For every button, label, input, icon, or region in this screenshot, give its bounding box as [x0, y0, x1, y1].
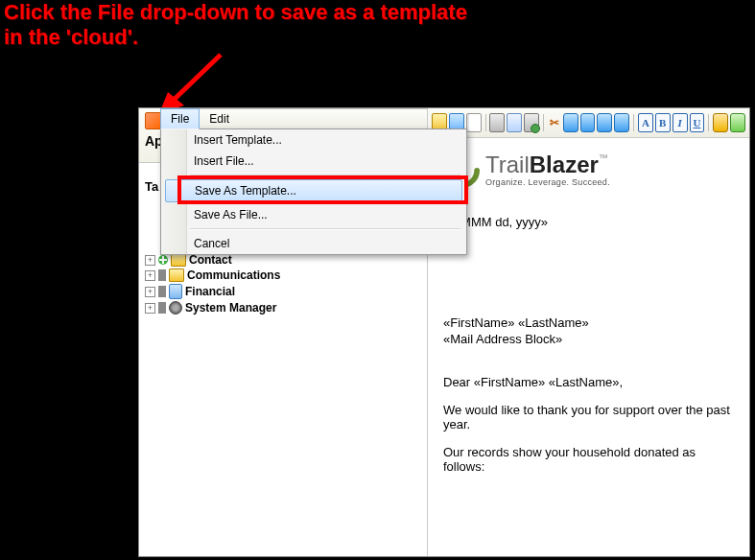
- underline-button[interactable]: U: [690, 113, 705, 132]
- undo-icon[interactable]: [597, 113, 612, 132]
- toolbar-separator: [633, 114, 634, 131]
- toolbar-separator: [543, 114, 544, 131]
- italic-button[interactable]: I: [672, 113, 688, 132]
- editor-document[interactable]: TrailBlazer™ Organize. Leverage. Succeed…: [428, 138, 749, 556]
- instruction-line1: Click the File drop-down to save as a te…: [4, 0, 467, 24]
- redo-icon[interactable]: [614, 113, 629, 132]
- menu-file-label: File: [171, 112, 189, 126]
- print-icon[interactable]: [489, 113, 505, 132]
- expand-icon[interactable]: [145, 287, 155, 297]
- cut-icon[interactable]: [548, 114, 561, 131]
- menu-cancel[interactable]: Cancel: [161, 233, 466, 254]
- left-panel: Ap Ta Contact Communications: [139, 108, 427, 556]
- tree-item-system-manager[interactable]: System Manager: [143, 300, 423, 315]
- svg-line-0: [171, 55, 221, 103]
- instruction-callout: Click the File drop-down to save as a te…: [4, 0, 467, 50]
- body-paragraph-2: Our records show your household donated …: [443, 445, 734, 474]
- expand-icon[interactable]: [145, 270, 155, 281]
- folder-icon: [169, 268, 184, 282]
- app-window: Ap Ta Contact Communications: [138, 107, 750, 557]
- body-paragraph-1: We would like to thank you for support o…: [443, 403, 734, 432]
- tree-label-financial: Financial: [185, 285, 235, 298]
- logo-word-2: Blazer: [530, 152, 599, 177]
- menu-separator: [190, 228, 460, 230]
- gear-icon: [169, 301, 182, 315]
- print-setup-icon[interactable]: [524, 113, 539, 132]
- menu-bar: File Edit: [160, 108, 467, 129]
- expand-icon[interactable]: [145, 303, 155, 314]
- toolbar-separator: [708, 114, 709, 131]
- logo-word-1: Trail: [485, 152, 530, 177]
- tree-label-system-manager: System Manager: [185, 301, 276, 315]
- tree-connector-icon: [158, 286, 166, 297]
- editor-toolbar: A B I U: [428, 108, 749, 138]
- menu-file[interactable]: File: [160, 108, 200, 129]
- folder-icon: [171, 253, 186, 267]
- tree-item-financial[interactable]: Financial: [143, 283, 423, 300]
- editor-panel: A B I U TrailBlazer™ Or: [427, 108, 749, 556]
- tree-connector-icon: [158, 269, 166, 281]
- tree-label-contact: Contact: [189, 253, 232, 267]
- table-icon[interactable]: [730, 113, 745, 132]
- menu-separator: [190, 175, 460, 176]
- menu-insert-template[interactable]: Insert Template...: [161, 129, 466, 151]
- menu-edit-label: Edit: [209, 112, 229, 126]
- tree-label-communications: Communications: [187, 268, 280, 282]
- logo: TrailBlazer™ Organize. Leverage. Succeed…: [443, 152, 734, 188]
- link-icon[interactable]: [713, 113, 728, 132]
- merge-name-line: «FirstName» «LastName»: [443, 315, 734, 330]
- menu-save-as-file[interactable]: Save As File...: [161, 204, 466, 225]
- paste-icon[interactable]: [580, 113, 596, 132]
- logo-tm: ™: [599, 152, 608, 163]
- tree-item-communications[interactable]: Communications: [143, 268, 423, 283]
- menu-insert-file[interactable]: Insert File...: [161, 151, 466, 172]
- file-dropdown: Insert Template... Insert File... Save A…: [160, 128, 467, 255]
- bold-button[interactable]: B: [655, 113, 671, 132]
- toolbar-separator: [485, 114, 486, 131]
- add-icon: [158, 255, 168, 265]
- database-icon: [169, 284, 182, 299]
- menu-edit[interactable]: Edit: [200, 109, 239, 128]
- navigation-tree: Contact Communications Financial System …: [143, 252, 423, 315]
- menu-save-as-template[interactable]: Save As Template...: [165, 179, 462, 202]
- new-page-icon[interactable]: [466, 113, 482, 132]
- logo-tagline: Organize. Leverage. Succeed.: [485, 178, 610, 187]
- salutation-line: Dear «FirstName» «LastName»,: [443, 375, 734, 389]
- font-a-button[interactable]: A: [638, 113, 653, 132]
- merge-address-block: «Mail Address Block»: [443, 332, 734, 346]
- tree-connector-icon: [158, 302, 166, 314]
- copy-icon[interactable]: [563, 113, 578, 132]
- logo-text: TrailBlazer™ Organize. Leverage. Succeed…: [485, 153, 610, 187]
- print-preview-icon[interactable]: [507, 113, 522, 132]
- merge-date-field: «MMMM dd, yyyy»: [443, 215, 734, 229]
- instruction-line2: in the 'cloud'.: [4, 25, 138, 49]
- expand-icon[interactable]: [145, 255, 155, 266]
- left-ta-label: Ta: [145, 179, 158, 194]
